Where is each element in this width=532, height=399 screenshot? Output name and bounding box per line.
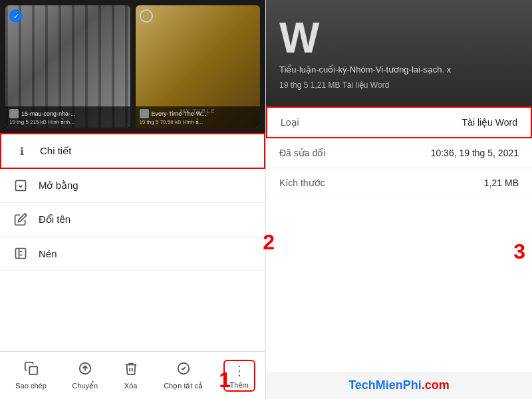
thumb-title-2: Every-Time-The-W... <box>152 110 207 117</box>
file-preview-name: Tiểu-luận-cuối-kỳ-Nhóm-Vi-tương-lai-sạch… <box>279 65 451 76</box>
bottom-btn-saochep[interactable]: Sao chép <box>10 358 51 392</box>
copy-icon <box>24 361 39 379</box>
detail-value-loai: Tài liệu Word <box>462 117 517 128</box>
thumb-check-2[interactable] <box>140 9 153 23</box>
step-2-label: 2 <box>263 230 275 255</box>
compress-icon <box>13 246 28 261</box>
info-icon: ℹ <box>15 144 29 158</box>
svg-rect-0 <box>16 181 26 191</box>
thumb-label-1: 15-mau-cong-nha-... 19 thg 5 215 kB Hình… <box>5 106 130 128</box>
menu-item-nen[interactable]: Nén <box>0 237 265 271</box>
bottom-btn-xoa[interactable]: Xóa <box>118 358 144 392</box>
watermark: TechMienPhi.com <box>266 372 532 399</box>
menu-item-chitiet-label: Chi tiết <box>40 145 71 157</box>
menu-item-doiten[interactable]: Đổi tên <box>0 203 265 237</box>
watermark-suffix: .com <box>422 378 450 392</box>
file-details: Loại Tài liệu Word Đã sửa đổi 10:36, 19 … <box>266 106 532 372</box>
more-icon: ⋮ <box>233 362 246 378</box>
open-icon <box>13 178 28 193</box>
detail-label-dasua: Đã sửa đổi <box>279 148 325 158</box>
thumb-meta-2: 19 thg 5 70,58 kB Hình ả... <box>140 119 257 125</box>
bottom-btn-chuyen-label: Chuyển <box>72 382 98 390</box>
menu-item-mobang[interactable]: Mở bằng <box>0 169 265 203</box>
select-all-icon <box>176 361 191 379</box>
watermark-text: TechMienPhi.com <box>348 378 450 392</box>
detail-value-dasua: 10:36, 19 thg 5, 2021 <box>431 148 519 158</box>
menu-list: ℹ Chi tiết Mở bằng <box>0 133 265 351</box>
detail-row-dasua: Đã sửa đổi 10:36, 19 thg 5, 2021 <box>266 138 532 168</box>
svg-rect-2 <box>29 366 37 374</box>
bottom-bar: Sao chép Chuyển Xóa <box>0 351 265 399</box>
menu-container: ℹ Chi tiết Mở bằng <box>0 133 265 351</box>
right-panel: W Tiểu-luận-cuối-kỳ-Nhóm-Vi-tương-lai-sạ… <box>266 0 532 399</box>
file-grid: ✓ 15-mau-cong-nha-... 19 thg 5 215 kB Hì… <box>0 0 265 133</box>
bottom-btn-chontanca-label: Chọn tất cả <box>164 382 203 390</box>
delete-icon <box>124 361 138 379</box>
thumb-label-2: Every-Time-The-W... 19 thg 5 70,58 kB Hì… <box>136 106 261 128</box>
detail-value-kichthuoc: 1,21 MB <box>484 178 519 188</box>
file-preview: W Tiểu-luận-cuối-kỳ-Nhóm-Vi-tương-lai-sạ… <box>266 0 532 106</box>
detail-row-loai: Loại Tài liệu Word <box>266 106 532 138</box>
detail-label-kichthuoc: Kích thước <box>279 178 325 188</box>
thumb-check-1[interactable]: ✓ <box>9 9 23 23</box>
bottom-btn-saochep-label: Sao chép <box>15 382 46 390</box>
menu-item-chitiet[interactable]: ℹ Chi tiết <box>0 133 265 169</box>
rename-icon <box>13 212 28 227</box>
file-thumb-1[interactable]: ✓ 15-mau-cong-nha-... 19 thg 5 215 kB Hì… <box>5 5 130 128</box>
thumb-title-1: 15-mau-cong-nha-... <box>21 110 76 117</box>
menu-item-doiten-label: Đổi tên <box>39 213 70 225</box>
bottom-btn-chontanca[interactable]: Chọn tất cả <box>158 358 208 393</box>
step-1-label: 1 <box>219 368 231 392</box>
move-icon <box>78 361 92 379</box>
step-3-label: 3 <box>513 239 525 264</box>
bottom-btn-chuyen[interactable]: Chuyển <box>66 358 103 393</box>
bottom-btn-them-label: Thêm <box>230 381 249 389</box>
file-type-icon: W <box>279 17 319 59</box>
detail-row-kichthuoc: Kích thước 1,21 MB <box>266 168 532 198</box>
left-panel: ✓ 15-mau-cong-nha-... 19 thg 5 215 kB Hì… <box>0 0 266 399</box>
menu-item-nen-label: Nén <box>39 248 57 259</box>
thumb-meta-1: 19 thg 5 215 kB Hình ảnh... <box>9 119 126 125</box>
file-thumb-2[interactable]: Every-Time-The-W... 19 thg 5 70,58 kB Hì… <box>136 5 261 128</box>
detail-label-loai: Loại <box>281 117 299 128</box>
menu-item-mobang-label: Mở bằng <box>39 180 78 192</box>
bottom-btn-xoa-label: Xóa <box>124 382 138 390</box>
svg-rect-1 <box>16 249 26 259</box>
watermark-prefix: TechMienPhi <box>348 378 422 392</box>
file-preview-meta: 19 thg 5 1,21 MB Tài liệu Word <box>279 80 389 90</box>
